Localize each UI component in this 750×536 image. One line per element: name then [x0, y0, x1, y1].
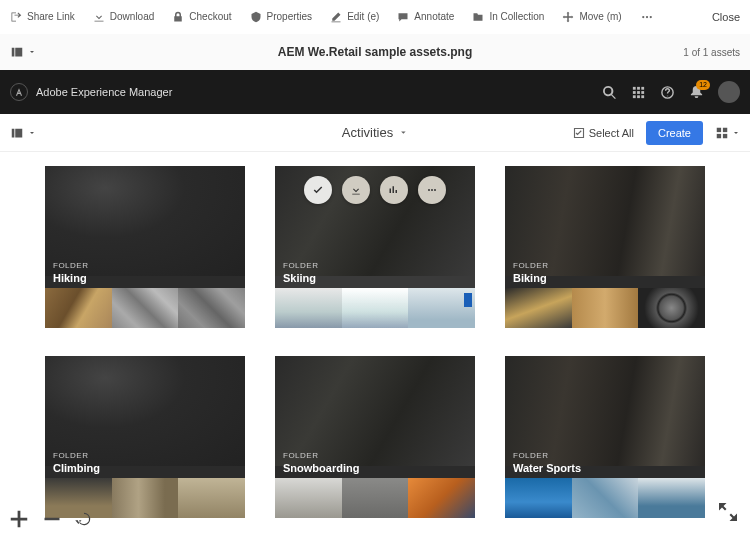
card-title: Snowboarding — [283, 462, 359, 474]
card-title: Skiing — [283, 272, 316, 284]
notifications-button[interactable]: 12 — [689, 84, 704, 101]
collection-label: In Collection — [489, 11, 544, 22]
download-button[interactable]: Download — [93, 11, 154, 23]
view-switcher[interactable] — [715, 126, 740, 140]
close-button[interactable]: Close — [712, 11, 740, 23]
svg-point-0 — [642, 15, 644, 17]
select-action[interactable] — [304, 176, 332, 204]
svg-point-18 — [431, 189, 433, 191]
download-action[interactable] — [342, 176, 370, 204]
folder-card-climbing[interactable]: FOLDER Climbing — [45, 356, 245, 518]
rail-toggle[interactable] — [10, 45, 36, 59]
folder-card-skiing[interactable]: FOLDER Skiing — [275, 166, 475, 328]
card-title: Climbing — [53, 462, 100, 474]
svg-point-17 — [428, 189, 430, 191]
user-avatar[interactable] — [718, 81, 740, 103]
collection-button[interactable]: In Collection — [472, 11, 544, 23]
asset-toolbar: Share Link Download Checkout Properties … — [0, 0, 750, 34]
checkout-button[interactable]: Checkout — [172, 11, 231, 23]
svg-rect-10 — [637, 95, 640, 98]
move-label: Move (m) — [579, 11, 621, 22]
more-button[interactable] — [640, 11, 654, 23]
more-icon — [640, 11, 654, 23]
close-label: Close — [712, 11, 740, 23]
svg-rect-9 — [633, 95, 636, 98]
fullscreen-button[interactable] — [716, 500, 740, 528]
properties-action[interactable] — [380, 176, 408, 204]
apps-icon[interactable] — [631, 85, 646, 100]
folder-card-hiking[interactable]: FOLDER Hiking — [45, 166, 245, 328]
breadcrumb[interactable]: Activities — [342, 125, 408, 140]
checkout-label: Checkout — [189, 11, 231, 22]
aem-product-name: Adobe Experience Manager — [36, 86, 172, 98]
svg-point-1 — [646, 15, 648, 17]
select-all-button[interactable]: Select All — [573, 127, 634, 139]
folder-card-water-sports[interactable]: FOLDER Water Sports water-sports — [505, 356, 705, 518]
panel-icon — [10, 126, 24, 140]
search-icon[interactable] — [602, 85, 617, 100]
file-bar: AEM We.Retail sample assets.png 1 of 1 a… — [0, 34, 750, 70]
fullscreen-icon — [716, 500, 740, 524]
svg-rect-16 — [723, 133, 727, 137]
chart-icon — [388, 184, 400, 196]
checkbox-icon — [573, 127, 585, 139]
chevron-down-icon — [28, 45, 36, 59]
reset-zoom-button[interactable] — [74, 508, 94, 530]
svg-rect-15 — [717, 133, 721, 137]
svg-rect-8 — [641, 91, 644, 94]
file-title: AEM We.Retail sample assets.png — [278, 45, 473, 59]
edit-label: Edit (e) — [347, 11, 379, 22]
edit-button[interactable]: Edit (e) — [330, 11, 379, 23]
preview-content: Adobe Experience Manager 12 Activities S… — [0, 70, 750, 536]
card-title: Biking — [513, 272, 547, 284]
chevron-down-icon — [28, 129, 36, 137]
share-link-button[interactable]: Share Link — [10, 11, 75, 23]
create-label: Create — [658, 127, 691, 139]
zoom-out-button[interactable] — [42, 508, 62, 530]
grid-icon — [715, 126, 729, 140]
folder-card-snowboarding[interactable]: FOLDER Snowboarding — [275, 356, 475, 518]
card-type: FOLDER — [53, 451, 88, 460]
annotate-button[interactable]: Annotate — [397, 11, 454, 23]
properties-label: Properties — [267, 11, 313, 22]
chevron-down-icon — [732, 129, 740, 137]
select-all-label: Select All — [589, 127, 634, 139]
panel-icon — [10, 45, 24, 59]
chevron-down-icon — [399, 128, 408, 137]
aem-header: Adobe Experience Manager 12 — [0, 70, 750, 114]
card-title: Hiking — [53, 272, 87, 284]
rail-toggle-inner[interactable] — [10, 126, 36, 140]
properties-button[interactable]: Properties — [250, 11, 313, 23]
svg-rect-14 — [723, 127, 727, 131]
zoom-in-button[interactable] — [8, 508, 30, 530]
svg-rect-4 — [637, 86, 640, 89]
card-grid: FOLDER Hiking FOLDER Skiing FOLDER Bikin… — [0, 152, 750, 532]
notif-badge: 12 — [696, 80, 710, 90]
card-type: FOLDER — [513, 451, 548, 460]
svg-rect-13 — [717, 127, 721, 131]
more-icon — [426, 184, 438, 196]
svg-rect-7 — [637, 91, 640, 94]
more-action[interactable] — [418, 176, 446, 204]
svg-point-2 — [649, 15, 651, 17]
svg-rect-5 — [641, 86, 644, 89]
breadcrumb-label: Activities — [342, 125, 393, 140]
activities-bar: Activities Select All Create — [0, 114, 750, 152]
card-type: FOLDER — [513, 261, 548, 270]
download-label: Download — [110, 11, 154, 22]
svg-rect-6 — [633, 91, 636, 94]
aem-logo[interactable] — [10, 83, 28, 101]
download-icon — [350, 184, 362, 196]
card-title: Water Sports — [513, 462, 581, 474]
check-icon — [312, 184, 324, 196]
create-button[interactable]: Create — [646, 121, 703, 145]
card-type: FOLDER — [283, 451, 318, 460]
annotate-label: Annotate — [414, 11, 454, 22]
viewer-controls — [8, 508, 94, 530]
card-type: FOLDER — [283, 261, 318, 270]
help-icon[interactable] — [660, 85, 675, 100]
move-button[interactable]: Move (m) — [562, 11, 621, 23]
asset-count: 1 of 1 assets — [683, 47, 740, 58]
svg-rect-3 — [633, 86, 636, 89]
folder-card-biking[interactable]: FOLDER Biking — [505, 166, 705, 328]
